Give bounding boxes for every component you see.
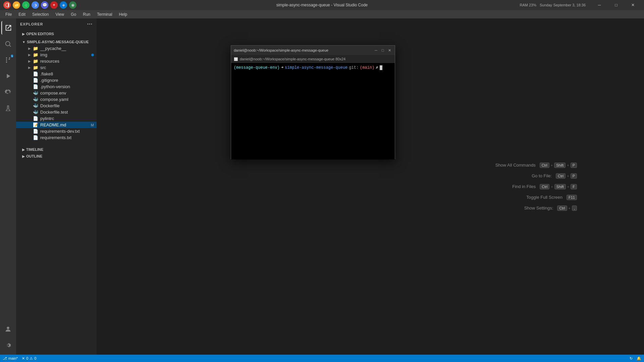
editor-area: daniel@noob:~/Workspace/simple-async-mes…	[97, 18, 644, 355]
maximize-button[interactable]: □	[608, 0, 624, 10]
menu-help[interactable]: Help	[116, 11, 130, 17]
activity-settings[interactable]	[1, 339, 15, 352]
terminal-close[interactable]: ✕	[387, 48, 392, 53]
folder-img-label: img	[40, 52, 47, 57]
chrome-taskbar-icon[interactable]: ◑	[32, 1, 39, 9]
system-info: RAM 23%	[520, 3, 536, 7]
activity-testing[interactable]	[1, 102, 15, 115]
status-sync[interactable]: ↻	[630, 356, 633, 361]
menu-run[interactable]: Run	[80, 11, 93, 17]
main-layout: 1 EXPLORER ··· ▶ OPEN EDITO	[0, 18, 644, 355]
modified-badge: M	[91, 123, 94, 127]
title-bar-left: 📁 ♫ ◑ 💬 ✦ ◈ ◉	[3, 1, 76, 9]
file-gitignore-label: .gitignore	[40, 78, 58, 83]
activity-accounts[interactable]	[1, 322, 15, 336]
key-shift: Shift	[554, 163, 566, 168]
close-button[interactable]: ✕	[625, 0, 641, 10]
folder-icon: 📁	[33, 46, 38, 51]
file-pylintrc[interactable]: 📄 pylintrc	[16, 115, 97, 122]
title-bar-right: RAM 23% Sunday September 3, 18:36 ─ □ ✕	[520, 0, 641, 10]
outline-toggle[interactable]: ▶ OUTLINE	[16, 153, 97, 160]
file-compose-yaml[interactable]: 🐳 compose.yaml	[16, 96, 97, 103]
status-error-count: 0	[26, 356, 28, 360]
file-requirements[interactable]: 📄 requirements.txt	[16, 134, 97, 141]
terminal-resize[interactable]: □	[380, 48, 385, 53]
file-gitignore[interactable]: 📄 .gitignore	[16, 77, 97, 83]
status-bell[interactable]: 🔔	[637, 356, 641, 361]
key-plus4: +	[551, 185, 553, 189]
spotify-taskbar-icon[interactable]: ♫	[22, 1, 30, 9]
key-plus5: +	[567, 185, 569, 189]
activity-bar: 1	[0, 18, 16, 355]
terminal-arrow: ➜	[281, 65, 283, 70]
activity-source-control[interactable]: 1	[1, 53, 15, 67]
terminal-venv: (message-queue-env)	[234, 65, 280, 70]
terminal-cursor	[380, 65, 382, 70]
folder-pycache[interactable]: ▶ 📁 __pycache__	[16, 45, 97, 52]
files-taskbar-icon[interactable]: 📁	[13, 1, 20, 9]
chevron-right-icon: ▶	[28, 59, 31, 63]
terminal-body[interactable]: (message-queue-env) ➜ simple-async-messa…	[231, 63, 395, 160]
menu-terminal[interactable]: Terminal	[94, 11, 115, 17]
project-toggle[interactable]: ▼ SIMPLE-ASYNC-MESSAGE-QUEUE	[16, 39, 97, 45]
shortcut-goto-file-label: Go to File:	[532, 173, 552, 178]
file-dockerfile-label: Dockerfile	[40, 103, 60, 108]
bell-icon: 🔔	[637, 356, 641, 361]
file-compose-yaml-label: compose.yaml	[40, 97, 68, 102]
menu-view[interactable]: View	[53, 11, 67, 17]
file-python-version[interactable]: 📄 .python-version	[16, 83, 97, 90]
open-editors-label: OPEN EDITORS	[26, 32, 54, 36]
status-right: ↻ 🔔	[630, 356, 641, 361]
datetime: Sunday September 3, 18:36	[540, 3, 586, 7]
vscode-taskbar-icon2[interactable]: ◈	[60, 1, 67, 9]
welcome-shortcuts: Show All Commands Ctrl + Shift + P Go to…	[495, 163, 577, 211]
menu-edit[interactable]: Edit	[16, 11, 28, 17]
red-taskbar-icon[interactable]: ✦	[50, 1, 58, 9]
chevron-down-icon: ▼	[22, 40, 25, 44]
activity-run-debug[interactable]	[1, 69, 15, 83]
discord-taskbar-icon[interactable]: 💬	[41, 1, 48, 9]
file-python-version-label: .python-version	[40, 84, 70, 89]
status-branch[interactable]: ⎇ main*	[3, 356, 18, 361]
timeline-label: TIMELINE	[26, 147, 43, 152]
folder-icon: 📁	[33, 59, 38, 64]
vscode-taskbar-icon[interactable]	[3, 1, 11, 9]
open-editors-toggle[interactable]: ▶ OPEN EDITORS	[16, 31, 97, 37]
menu-file[interactable]: File	[3, 11, 14, 17]
menu-bar: File Edit Selection View Go Run Terminal…	[0, 10, 644, 18]
shortcut-goto-file: Go to File: Ctrl + P	[532, 173, 577, 179]
file-icon: 📄	[33, 116, 38, 121]
project-name-label: SIMPLE-ASYNC-MESSAGE-QUEUE	[27, 40, 89, 44]
minimize-button[interactable]: ─	[592, 0, 607, 10]
key-plus6: +	[569, 206, 571, 210]
file-icon: 🐳	[33, 97, 38, 102]
file-compose-env[interactable]: 🐳 compose.env	[16, 90, 97, 96]
file-requirements-dev[interactable]: 📄 requirements-dev.txt	[16, 128, 97, 134]
folder-src[interactable]: ▶ 📁 src	[16, 64, 97, 71]
menu-go[interactable]: Go	[68, 11, 79, 17]
file-readme[interactable]: 📝 README.md M	[16, 122, 97, 128]
file-flake8[interactable]: 📄 .flake8	[16, 71, 97, 77]
terminal-window[interactable]: daniel@noob:~/Workspace/simple-async-mes…	[231, 45, 395, 159]
shortcut-find-files-keys: Ctrl + Shift + F	[540, 184, 577, 189]
folder-resources[interactable]: ▶ 📁 resources	[16, 58, 97, 64]
file-pylintrc-label: pylintrc	[40, 116, 54, 121]
timeline-toggle[interactable]: ▶ TIMELINE	[16, 146, 97, 153]
activity-extensions[interactable]	[1, 85, 15, 99]
file-dockerfile[interactable]: 🐳 Dockerfile	[16, 103, 97, 109]
activity-explorer[interactable]	[1, 21, 15, 35]
sidebar-more[interactable]: ···	[87, 21, 93, 27]
key-ctrl: Ctrl	[540, 163, 549, 168]
menu-selection[interactable]: Selection	[30, 11, 51, 17]
green-taskbar-icon[interactable]: ◉	[69, 1, 76, 9]
terminal-branch: (main)	[360, 65, 374, 70]
shortcut-all-commands-label: Show All Commands	[495, 163, 536, 168]
folder-img[interactable]: ▶ 📁 img	[16, 52, 97, 58]
key-plus: +	[551, 163, 553, 167]
status-errors[interactable]: ✕ 0 ⚠ 0	[22, 356, 36, 361]
file-dockerfile-test[interactable]: 🐳 Dockerfile.test	[16, 109, 97, 115]
terminal-titlebar: daniel@noob:~/Workspace/simple-async-mes…	[231, 46, 395, 55]
activity-search[interactable]	[1, 37, 15, 51]
terminal-minimize[interactable]: ─	[373, 48, 379, 53]
shortcut-find-files-label: Find in Files	[512, 184, 536, 189]
